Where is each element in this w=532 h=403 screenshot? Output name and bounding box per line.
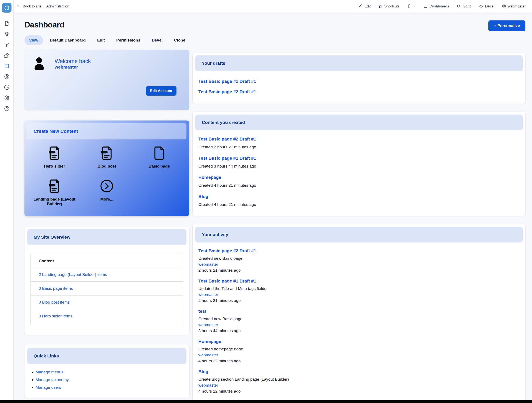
toolbar-shortcuts-label: Shortcuts [384, 4, 399, 8]
toolbar-actions: Edit Shortcuts Dashboards G [359, 4, 526, 8]
activity-item-time: 4 hours 22 minutes ago [198, 359, 519, 364]
welcome-card: Welcome back webmaster Edit Account [25, 50, 189, 110]
site-logo[interactable] [2, 3, 12, 13]
toolbar-edit-button[interactable]: Edit [359, 4, 371, 8]
administration-link[interactable]: Administration [46, 4, 69, 8]
overview-basic-page-link[interactable]: 0 Basic page items [31, 282, 183, 295]
activity-item-link[interactable]: Test Basic page #2 Draft #1 [198, 248, 519, 253]
create-hero-slider[interactable]: Hero slider [44, 145, 65, 169]
toolbar-user-menu[interactable]: webmaster [502, 4, 526, 8]
sidebar-item-appearance[interactable] [4, 42, 10, 47]
back-to-site-link[interactable]: Back to site [17, 4, 41, 8]
created-item: Test Basic page #1 Draft #1 Created 3 ho… [198, 156, 519, 169]
sidebar-item-structure[interactable] [4, 31, 10, 37]
overview-blog-post-link[interactable]: 0 Blog post items [31, 295, 183, 309]
activity-item-desc: Create Blog section Landing page (Layout… [198, 377, 519, 382]
sidebar-item-configuration[interactable] [4, 95, 10, 101]
create-item-label: Landing page (Layout Builder) [28, 197, 81, 206]
main-content: Dashboard + Personalize View Default Das… [14, 13, 532, 400]
activity-item-desc: Updated the Title and Meta tags fields [198, 286, 519, 291]
welcome-username-link[interactable]: webmaster [55, 65, 78, 69]
administration-label: Administration [46, 4, 69, 8]
created-item-link[interactable]: Blog [198, 194, 519, 199]
overview-hero-slider-link[interactable]: 0 Hero slider items [31, 309, 183, 323]
toolbar-shortcuts-button[interactable]: Shortcuts [378, 4, 399, 8]
pie-chart-icon [4, 84, 10, 90]
right-column: Your drafts Test Basic page #1 Draft #1 … [193, 52, 526, 403]
created-item-link[interactable]: Homepage [198, 175, 519, 180]
draft-link[interactable]: Test Basic page #2 Draft #1 [198, 89, 519, 94]
edit-account-button[interactable]: Edit Account [146, 86, 177, 96]
content-you-created-card: Content you created Test Basic page #2 D… [193, 112, 526, 216]
activity-item-link[interactable]: Blog [198, 369, 519, 374]
activity-user-link[interactable]: webmaster [198, 323, 218, 327]
page-header: Dashboard + Personalize [25, 18, 526, 31]
admin-toolbar: Back to site Administration Edit Shortcu… [14, 0, 532, 13]
dashboard-square-icon [4, 63, 10, 69]
breadcrumb: Back to site Administration [17, 4, 69, 9]
tab-clone[interactable]: Clone [169, 35, 190, 45]
dashboards-square-icon [424, 4, 428, 8]
activity-item-link[interactable]: Test Basic page #1 Draft #1 [198, 279, 519, 284]
create-more[interactable]: More... [99, 178, 115, 206]
create-basic-page[interactable]: Basic page [149, 145, 170, 169]
sidebar-item-content[interactable] [4, 21, 10, 26]
activity-item-time: 4 hours 22 minutes ago [198, 389, 519, 394]
puzzle-icon [4, 52, 10, 58]
create-landing-page[interactable]: Landing page (Layout Builder) [28, 178, 81, 206]
toolbar-devel-button[interactable]: Devel [479, 4, 494, 8]
activity-item-time: 2 hours 21 minutes ago [198, 298, 519, 303]
activity-user-link[interactable]: webmaster [198, 383, 218, 388]
overview-landing-page-link[interactable]: 2 Landing page (Layout Builder) items [31, 268, 183, 282]
manage-users-link[interactable]: Manage users [36, 385, 61, 390]
doc-edit-icon [99, 145, 115, 161]
activity-user-link[interactable]: webmaster [198, 292, 218, 297]
toolbar-dashboards-button[interactable]: Dashboards [424, 4, 449, 8]
created-item-link[interactable]: Test Basic page #1 Draft #1 [198, 156, 519, 161]
personalize-button[interactable]: + Personalize [488, 20, 526, 31]
mobile-device-icon [407, 4, 411, 8]
doc-edit-icon [46, 145, 63, 161]
quick-links-header: Quick Links [27, 348, 186, 364]
file-icon [151, 145, 167, 161]
tab-default-dashboard[interactable]: Default Dashboard [45, 35, 90, 45]
activity-user-link[interactable]: webmaster [198, 262, 218, 267]
create-new-content-header: Create New Content [27, 123, 186, 139]
create-content-grid: Hero slider Blog post Basic page [25, 145, 189, 206]
manage-menus-link[interactable]: Manage menus [36, 370, 63, 374]
return-arrow-icon [17, 4, 21, 8]
toolbar-user-label: webmaster [508, 4, 526, 8]
sidebar-item-people[interactable] [4, 74, 10, 79]
created-item-meta: Created 3 hours 44 minutes ago [198, 164, 519, 169]
tab-permissions[interactable]: Permissions [112, 35, 145, 45]
created-item-link[interactable]: Test Basic page #2 Draft #1 [198, 136, 519, 142]
pencil-icon [359, 4, 362, 8]
activity-item: Homepage Created homepage node webmaster… [198, 339, 519, 364]
sidebar-item-reports[interactable] [4, 84, 10, 90]
content-file-icon [4, 21, 10, 26]
toolbar-mobile-preview-button[interactable] [407, 4, 416, 8]
back-to-site-label: Back to site [23, 4, 41, 8]
list-item: Manage users [36, 385, 189, 390]
activity-item-link[interactable]: test [198, 309, 519, 314]
activity-item-desc: Created new Basic page [198, 317, 519, 321]
sidebar-item-extend[interactable] [4, 52, 10, 58]
quick-links-list: Manage menus Manage taxonomy Manage user… [36, 370, 189, 390]
sidebar-item-dashboards[interactable] [4, 63, 10, 69]
dashboard-grid: Welcome back webmaster Edit Account Crea… [25, 50, 526, 403]
tab-edit[interactable]: Edit [93, 35, 109, 45]
tab-devel[interactable]: Devel [147, 35, 167, 45]
manage-taxonomy-link[interactable]: Manage taxonomy [36, 377, 69, 382]
chevron-down-icon [413, 4, 416, 8]
sidebar-item-help[interactable] [4, 106, 10, 111]
your-drafts-header: Your drafts [195, 55, 523, 71]
list-item: Manage taxonomy [36, 377, 189, 382]
activity-item-time: 3 hours 44 minutes ago [198, 328, 519, 333]
activity-user-link[interactable]: webmaster [198, 353, 218, 358]
draft-link[interactable]: Test Basic page #1 Draft #1 [198, 79, 519, 84]
create-item-label: Blog post [98, 164, 116, 169]
tab-view[interactable]: View [25, 35, 43, 45]
toolbar-goto-button[interactable]: Go to [457, 4, 472, 8]
create-blog-post[interactable]: Blog post [98, 145, 116, 169]
activity-item-link[interactable]: Homepage [198, 339, 519, 344]
